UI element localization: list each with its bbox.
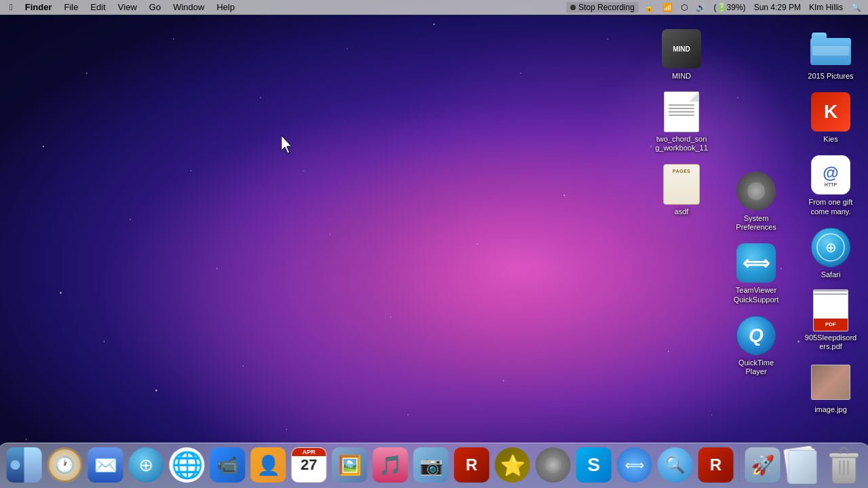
star-icon-image: ⭐ [495, 447, 530, 483]
view-menu[interactable]: View [113, 1, 142, 14]
dock-finder[interactable] [5, 446, 43, 484]
image-label: image.jpg [814, 405, 847, 414]
calendar-month: APR [292, 448, 326, 456]
dock-teamviewer[interactable]: ⟺ [616, 446, 654, 484]
safari-icon-image: ⊕ [811, 228, 850, 267]
clock-icon-image: 🕐 [47, 447, 83, 483]
dock-mail[interactable]: ✉️ [87, 446, 125, 484]
recording-dot [570, 5, 576, 10]
http-label: From one giftcome many. [809, 198, 853, 216]
bluetooth-icon[interactable]: ⬡ [678, 3, 690, 12]
dock-red-app1[interactable]: R [453, 446, 491, 484]
dock-itunes[interactable]: 🎵 [372, 446, 410, 484]
dock-safari[interactable]: ⊕ [127, 446, 165, 484]
volume-icon[interactable]: 🔊 [693, 3, 709, 12]
red-app1-icon-image: R [454, 447, 490, 483]
mail-icon-image: ✉️ [88, 447, 123, 483]
system-preferences-icon[interactable]: SystemPreferences [722, 167, 790, 235]
desktop-icons-area: MIND MIND [644, 19, 868, 423]
pictures-folder-icon[interactable]: 2015 Pictures [797, 24, 865, 83]
safari-desktop-icon[interactable]: ⊕ Safari [797, 223, 865, 282]
dock-zoom[interactable]: 📹 [209, 446, 247, 484]
stack-icon-image [786, 447, 821, 483]
dock-iphoto[interactable]: 📷 [412, 446, 450, 484]
dock-star[interactable]: ⭐ [494, 446, 532, 484]
desktop:  Finder File Edit View Go Window Help S… [0, 0, 868, 488]
http-icon[interactable]: @ HTTP From one giftcome many. [797, 150, 865, 218]
launchpad-icon-image: 🚀 [745, 447, 781, 483]
dock-system-preferences[interactable] [534, 446, 572, 484]
dock-stack[interactable] [785, 446, 823, 484]
go-menu[interactable]: Go [144, 1, 166, 14]
quicktime-icon[interactable]: Q QuickTimePlayer [722, 311, 790, 379]
help-menu[interactable]: Help [211, 1, 240, 14]
iphoto-icon-image: 📷 [414, 447, 449, 483]
skype-icon-image: S [576, 447, 612, 483]
http-icon-image: @ HTTP [811, 155, 850, 195]
dock: 🕐 ✉️ ⊕ 🌐 [0, 443, 868, 488]
menubar-left:  Finder File Edit View Go Window Help [4, 1, 566, 14]
pdf-icon-image: PDF [813, 289, 848, 331]
icon-column-2: 2015 Pictures K Kies @ HTTP [793, 19, 868, 423]
folder-icon-image [810, 33, 851, 65]
app-name-menu[interactable]: Finder [20, 1, 58, 14]
dock-calendar[interactable]: APR 27 [290, 446, 328, 484]
datetime-display: Sun 4:29 PM [751, 3, 804, 12]
apple-menu[interactable]:  [4, 1, 18, 14]
icon-column-3: MIND MIND [644, 19, 719, 423]
safari-dock-image: ⊕ [129, 447, 164, 483]
pdf-label: 905Sleepdisorders.pdf [805, 333, 856, 351]
file-menu[interactable]: File [58, 1, 83, 14]
two-chord-label: two_chord_song_workbook_11 [655, 135, 708, 152]
dock-chrome[interactable]: 🌐 [168, 446, 206, 484]
dock-preview[interactable]: 🖼️ [331, 446, 369, 484]
battery-status: (🔋39%) [711, 3, 749, 12]
dock-proxy[interactable]: 🔍 [656, 446, 694, 484]
trash-icon-image [827, 446, 862, 484]
finder-icon-image [7, 447, 42, 483]
proxy-icon-image: 🔍 [658, 447, 693, 483]
spotlight-icon[interactable]: 🔍 [848, 3, 864, 12]
image-icon[interactable]: image.jpg [797, 358, 865, 417]
red-r-icon-image: R [698, 447, 734, 483]
asdf-icon[interactable]: asdf [648, 160, 715, 219]
teamviewer-label: TeamViewerQuickSupport [734, 286, 779, 304]
username-display: KIm Hillis [806, 3, 846, 12]
tv-icon-image: ⟺ [736, 243, 776, 283]
preview-icon-image: 🖼️ [332, 447, 368, 483]
edit-menu[interactable]: Edit [85, 1, 111, 14]
lock-icon[interactable]: 🔒 [642, 3, 657, 12]
stop-recording-button[interactable]: Stop Recording [566, 2, 639, 13]
dock-contacts[interactable]: 👤 [250, 446, 288, 484]
chrome-icon-image: 🌐 [170, 447, 205, 483]
calendar-icon-image: APR 27 [292, 447, 327, 483]
teamviewer-icon[interactable]: ⟺ TeamViewerQuickSupport [722, 239, 790, 306]
kies-icon-image: K [811, 92, 850, 131]
gear-icon-image [736, 171, 776, 211]
itunes-icon-image: 🎵 [373, 447, 408, 483]
contacts-icon-image: 👤 [251, 447, 286, 483]
calendar-day: 27 [292, 456, 326, 474]
dock-red-r[interactable]: R [697, 446, 735, 484]
menubar-right: Stop Recording 🔒 📶 ⬡ 🔊 (🔋39%) Sun 4:29 P… [566, 2, 864, 13]
image-icon-image [811, 365, 850, 400]
window-menu[interactable]: Window [167, 1, 210, 14]
mind-icon-image: MIND [662, 29, 701, 68]
dock-trash[interactable] [825, 446, 863, 484]
kies-icon[interactable]: K Kies [797, 87, 865, 146]
two-chord-song-icon[interactable]: two_chord_song_workbook_11 [648, 87, 715, 155]
mind-label: MIND [672, 72, 691, 81]
sysprefs-dock-image [536, 447, 571, 483]
dock-time-machine[interactable]: 🕐 [46, 446, 84, 484]
dock-launchpad[interactable]: 🚀 [744, 446, 782, 484]
system-preferences-label: SystemPreferences [736, 214, 776, 232]
pages-icon-image [663, 164, 700, 205]
zoom-icon-image: 📹 [210, 447, 245, 483]
dock-skype[interactable]: S [575, 446, 613, 484]
safari-label: Safari [821, 270, 841, 279]
kies-label: Kies [823, 135, 837, 144]
doc-icon-image [664, 92, 699, 132]
wifi-icon[interactable]: 📶 [660, 3, 675, 12]
pdf-icon[interactable]: PDF 905Sleepdisorders.pdf [797, 286, 865, 354]
mind-icon[interactable]: MIND MIND [648, 24, 715, 83]
